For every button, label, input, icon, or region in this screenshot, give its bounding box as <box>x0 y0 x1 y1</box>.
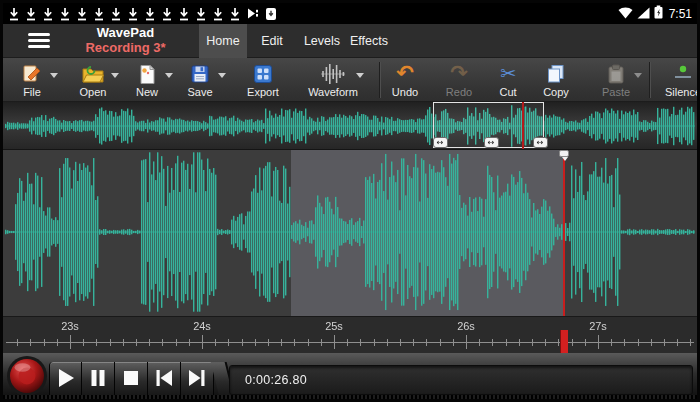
cellular-signal-icon <box>637 5 650 23</box>
ruler-playhead-marker[interactable] <box>560 330 568 354</box>
save-icon <box>172 59 228 85</box>
toolbar-button-export[interactable]: Export <box>235 59 291 101</box>
dropdown-caret-icon <box>634 73 642 78</box>
media-play-icon <box>246 7 260 20</box>
toolbar-separator <box>649 62 650 98</box>
record-button[interactable] <box>6 355 48 397</box>
toolbar-label: Silence <box>653 86 697 98</box>
overview-waveform-strip[interactable]: ↔↔↔ <box>3 102 697 150</box>
tab-levels[interactable]: Levels <box>299 24 345 58</box>
toolbar: FileOpenNewSaveExportWaveform↶Undo↷Redo✂… <box>3 58 697 102</box>
tab-home[interactable]: Home <box>199 24 247 58</box>
transport-bar: 0:00:26.80 <box>3 353 697 399</box>
selection-handle[interactable]: ↔ <box>433 137 448 148</box>
silence-icon <box>653 59 697 85</box>
time-display: 0:00:26.80 <box>230 373 307 387</box>
skip-to-end-button[interactable] <box>181 362 214 397</box>
document-title: Recording 3* <box>53 40 198 55</box>
export-icon <box>235 59 291 85</box>
toolbar-label: Redo <box>433 86 485 98</box>
toolbar-label: Copy <box>530 86 582 98</box>
overview-playhead <box>522 102 524 149</box>
app-header: WavePad Recording 3* HomeEditLevelsEffec… <box>3 24 697 58</box>
download-icon <box>229 7 241 21</box>
download-icon <box>161 7 173 21</box>
app-title: WavePad <box>53 25 198 40</box>
folder-open-icon <box>65 59 121 85</box>
playback-buttons <box>49 362 214 397</box>
main-waveform-view[interactable] <box>3 150 697 316</box>
download-icon <box>212 7 224 21</box>
playback-cursor[interactable] <box>563 157 565 316</box>
ruler-label: 24s <box>185 320 219 332</box>
download-icon <box>25 7 37 21</box>
title-block: WavePad Recording 3* <box>53 25 198 56</box>
download-icon <box>127 7 139 21</box>
app-box-icon <box>265 7 277 21</box>
toolbar-label: Cut <box>483 86 533 98</box>
stop-button[interactable] <box>115 362 148 397</box>
dropdown-caret-icon <box>111 73 119 78</box>
download-icon <box>110 7 122 21</box>
tab-edit[interactable]: Edit <box>251 24 293 58</box>
download-icon <box>144 7 156 21</box>
download-icon <box>76 7 88 21</box>
selection-handle[interactable]: ↔ <box>533 137 548 148</box>
file-icon <box>4 59 60 85</box>
download-icon <box>93 7 105 21</box>
download-icon <box>178 7 190 21</box>
download-icon <box>8 7 20 21</box>
play-button[interactable] <box>49 362 82 397</box>
tab-effects[interactable]: Effects <box>345 24 393 58</box>
toolbar-button-redo[interactable]: ↷Redo <box>433 59 485 101</box>
toolbar-label: Open <box>65 86 121 98</box>
copy-icon <box>530 59 582 85</box>
toolbar-separator <box>379 62 380 98</box>
device-frame: 7:51 WavePad Recording 3* HomeEditLevels… <box>0 0 700 402</box>
toolbar-button-open[interactable]: Open <box>65 59 121 101</box>
pause-button[interactable] <box>82 362 115 397</box>
cursor-handle-icon[interactable] <box>559 150 569 157</box>
timeline-ruler[interactable]: 23s24s25s26s27s <box>3 316 697 353</box>
toolbar-button-file[interactable]: File <box>4 59 60 101</box>
notification-icons <box>3 7 277 21</box>
toolbar-button-copy[interactable]: Copy <box>530 59 582 101</box>
cut-icon: ✂ <box>483 59 533 85</box>
toolbar-button-silence[interactable]: Silence <box>653 59 697 101</box>
toolbar-label: Save <box>172 86 228 98</box>
new-document-icon <box>119 59 175 85</box>
dropdown-caret-icon <box>50 73 58 78</box>
undo-icon: ↶ <box>379 59 431 85</box>
toolbar-label: New <box>119 86 175 98</box>
play-icon <box>56 367 76 393</box>
stop-icon <box>122 369 140 391</box>
pause-icon <box>89 368 107 392</box>
toolbar-label: File <box>4 86 60 98</box>
ruler-label: 27s <box>581 320 615 332</box>
toolbar-label: Paste <box>588 86 644 98</box>
main-waveform-canvas[interactable] <box>3 150 697 316</box>
toolbar-button-save[interactable]: Save <box>172 59 228 101</box>
menu-icon[interactable] <box>28 33 50 50</box>
system-status-icons: 7:51 <box>618 3 692 24</box>
toolbar-button-waveform[interactable]: Waveform <box>300 59 366 101</box>
battery-charging-icon <box>654 5 663 23</box>
toolbar-label: Export <box>235 86 291 98</box>
toolbar-label: Waveform <box>300 86 366 98</box>
dropdown-caret-icon <box>218 73 226 78</box>
redo-icon: ↷ <box>433 59 485 85</box>
skip-to-end-icon <box>187 368 207 392</box>
toolbar-button-paste[interactable]: Paste <box>588 59 644 101</box>
status-bar: 7:51 <box>3 3 697 24</box>
skip-to-start-button[interactable] <box>148 362 181 397</box>
toolbar-button-new[interactable]: New <box>119 59 175 101</box>
overview-waveform-canvas[interactable] <box>3 102 697 150</box>
toolbar-label: Undo <box>379 86 431 98</box>
waveform-icon <box>300 59 366 85</box>
selection-handle[interactable]: ↔ <box>484 137 499 148</box>
toolbar-button-cut[interactable]: ✂Cut <box>483 59 533 101</box>
download-icon <box>195 7 207 21</box>
toolbar-button-undo[interactable]: ↶Undo <box>379 59 431 101</box>
time-display-box: 0:00:26.80 <box>229 365 693 395</box>
dropdown-caret-icon <box>356 73 364 78</box>
